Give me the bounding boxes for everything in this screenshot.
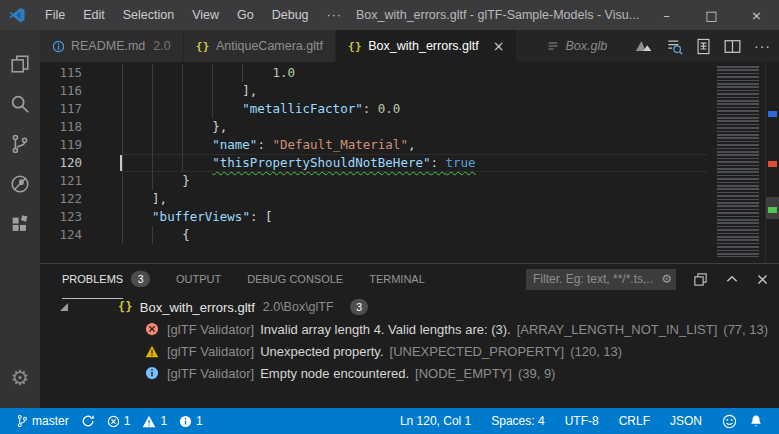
maximize-button[interactable]: □ [689,0,734,30]
tab-label: Box_with_errors.gltf [368,39,478,53]
indent-guide [182,100,183,118]
maximize-panel-icon[interactable] [725,273,739,285]
panel-tab-problems[interactable]: PROBLEMS 3 [62,264,150,294]
code-line-123[interactable]: 123"bufferViews": [ [40,208,779,226]
problem-position: (120, 13) [570,344,622,359]
problem-message: Empty node encountered. [260,366,409,381]
line-number: 120 [40,154,122,172]
feedback-smiley-item[interactable] [716,408,743,434]
code-line-118[interactable]: 118}, [40,118,779,136]
gltf-preview-icon[interactable] [635,38,653,54]
error-icon [107,415,120,428]
indent-guide [122,118,123,136]
code-line-120[interactable]: 120"thisPropertyShouldNotBeHere": true [40,154,779,172]
problems-filter: ⚙ [526,269,676,290]
tab-close-icon[interactable]: × [493,39,505,53]
expand-twistie-icon[interactable] [60,303,68,311]
menu-selection[interactable]: Selection [114,0,183,30]
tab-box-with-errors[interactable]: {} Box_with_errors.gltf × [336,30,517,62]
bell-icon [749,414,763,429]
tab-readme[interactable]: README.md 2.0 [40,30,184,62]
tab-detail: 2.0 [153,39,170,53]
panel-tab-output[interactable]: OUTPUT [176,264,221,294]
code-line-115[interactable]: 1151.0 [40,64,779,82]
problem-row-error[interactable]: [glTF Validator]Invalid array length 4. … [40,318,779,340]
warning-icon [145,345,159,358]
filter-input[interactable] [526,269,676,290]
encoding-item[interactable]: UTF-8 [559,408,605,434]
menu-edit[interactable]: Edit [74,0,114,30]
more-actions-icon[interactable]: ··· [754,38,771,54]
line-content: "thisPropertyShouldNotBeHere": true [122,154,779,172]
problems-count-badge: 3 [131,271,150,287]
code-line-116[interactable]: 116], [40,82,779,100]
eol-item[interactable]: CRLF [613,408,656,434]
panel-tab-debug-console[interactable]: DEBUG CONSOLE [247,264,343,294]
language-mode-item[interactable]: JSON [664,408,708,434]
indent-guide [212,82,213,100]
code-line-122[interactable]: 122], [40,190,779,208]
line-number: 116 [40,82,122,100]
json-braces-icon: {} [196,40,210,53]
git-branch-item[interactable]: master [10,408,75,434]
notifications-bell-item[interactable] [743,408,769,434]
indent-guide [152,136,153,154]
validation-report-icon[interactable] [696,38,711,55]
filter-icon[interactable]: ⚙ [661,272,672,286]
overview-ruler[interactable] [765,62,779,263]
problem-row-info[interactable]: [glTF Validator]Empty node encountered.[… [40,362,779,384]
indent-guide [122,136,123,154]
indent-guide [212,100,213,118]
code-line-124[interactable]: 124{ [40,226,779,244]
code-line-119[interactable]: 119"name": "Default_Material", [40,136,779,154]
menu-view[interactable]: View [183,0,228,30]
code-line-121[interactable]: 121} [40,172,779,190]
line-content: "metallicFactor": 0.0 [122,100,779,118]
open-preview-icon[interactable] [666,38,683,55]
debug-icon[interactable] [0,164,40,204]
indent-guide [152,172,153,190]
extensions-icon[interactable] [0,204,40,244]
close-panel-icon[interactable] [756,273,769,286]
menu-overflow[interactable]: ··· [318,8,352,22]
minimize-button[interactable]: – [644,0,689,30]
indent-guide [152,226,153,244]
line-number: 117 [40,100,122,118]
menu-file[interactable]: File [36,0,74,30]
close-button[interactable]: × [734,0,779,30]
search-icon[interactable] [0,84,40,124]
problem-row-warning[interactable]: [glTF Validator]Unexpected property.[UNE… [40,340,779,362]
sync-icon [81,414,95,428]
tab-box-glb[interactable]: Box.glb [535,30,619,62]
menu-go[interactable]: Go [228,0,263,30]
panel-tab-terminal[interactable]: TERMINAL [369,264,425,294]
line-content: } [122,172,779,190]
code-editor[interactable]: 1151.0116],117"metallicFactor": 0.0118},… [40,62,779,263]
indent-guide [212,64,213,82]
json-braces-icon: {} [348,40,362,53]
infos-item[interactable]: 1 [173,408,209,434]
editor-actions: ··· [635,30,771,62]
collapse-all-icon[interactable] [693,272,708,287]
errors-item[interactable]: 1 [101,408,137,434]
problem-source: [glTF Validator] [167,344,254,359]
indent-guide [152,64,153,82]
code-line-117[interactable]: 117"metallicFactor": 0.0 [40,100,779,118]
source-control-icon[interactable] [0,124,40,164]
window-title: Box_with_errors.gltf - glTF-Sample-Model… [351,8,644,22]
split-editor-icon[interactable] [724,39,741,54]
line-number: 122 [40,190,122,208]
minimap[interactable] [707,62,765,263]
warnings-item[interactable]: 1 [136,408,173,434]
indentation-item[interactable]: Spaces: 4 [485,408,550,434]
problem-code: [ARRAY_LENGTH_NOT_IN_LIST] [517,322,718,337]
settings-gear-icon[interactable]: ⚙ [0,358,40,398]
ruler-error-mark [768,161,777,167]
explorer-icon[interactable] [0,44,40,84]
tab-antiquecamera[interactable]: {} AntiqueCamera.gltf [184,30,336,62]
indent-guide [152,100,153,118]
cursor-position-item[interactable]: Ln 120, Col 1 [394,408,477,434]
sync-item[interactable] [75,408,101,434]
menu-debug[interactable]: Debug [263,0,318,30]
problems-file-row[interactable]: {} Box_with_errors.gltf 2.0\Box\glTF 3 [40,296,779,318]
